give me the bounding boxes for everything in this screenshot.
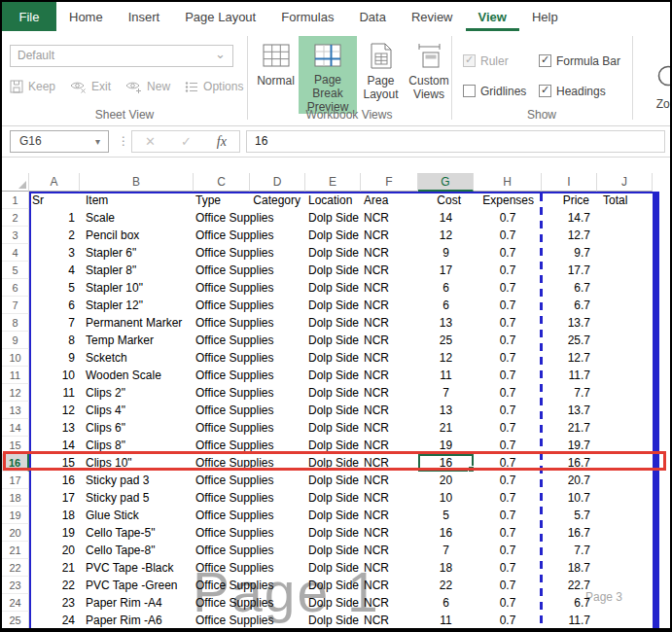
cell-area[interactable]: NCR <box>361 349 418 367</box>
row-header-24[interactable]: 24 <box>2 594 29 612</box>
tab-home[interactable]: Home <box>56 2 116 31</box>
cell-category[interactable] <box>250 577 305 594</box>
cell-area[interactable]: NCR <box>361 507 418 524</box>
cell-item[interactable]: Stapler 10" <box>80 279 194 297</box>
cell-price[interactable]: 14.7 <box>542 209 597 227</box>
cell-total[interactable] <box>597 419 653 437</box>
cell-total[interactable] <box>597 367 653 384</box>
cell-item[interactable]: Temp Marker <box>80 332 194 349</box>
cell-category[interactable] <box>250 507 305 524</box>
cell-sr[interactable]: 6 <box>29 297 80 314</box>
cell-area[interactable]: NCR <box>361 314 418 332</box>
new-button[interactable]: New <box>125 80 170 93</box>
cell-sr[interactable]: 1 <box>29 209 80 227</box>
cell-location[interactable]: Dolp Side <box>305 384 361 402</box>
gridlines-checkbox[interactable]: Gridlines <box>463 85 539 98</box>
cell-expenses[interactable]: 0.7 <box>474 262 542 279</box>
cell-item[interactable]: Cello Tape-8" <box>80 542 194 559</box>
cell-location[interactable]: Dolp Side <box>305 489 361 507</box>
cell-sr[interactable]: 2 <box>29 227 80 244</box>
cell-area[interactable]: NCR <box>361 384 418 402</box>
cell-item[interactable]: Paper Rim -A4 <box>80 594 194 612</box>
cell-category[interactable] <box>250 489 305 507</box>
column-header-F[interactable]: F <box>361 173 418 192</box>
cell-sr[interactable]: 22 <box>29 577 80 594</box>
cell-item[interactable]: Permanent Marker <box>80 314 194 332</box>
cell-sr[interactable]: 17 <box>29 489 80 507</box>
cell-type[interactable]: Office Supplies <box>194 419 250 437</box>
cell-area-header[interactable]: Area <box>361 192 418 209</box>
cell-sr[interactable]: 24 <box>29 612 80 628</box>
cell-sr-header[interactable]: Sr <box>29 192 80 209</box>
cell-item[interactable]: Wooden Scale <box>80 367 194 384</box>
column-header-C[interactable]: C <box>194 173 250 192</box>
cell-category[interactable] <box>250 524 305 542</box>
cell-location[interactable]: Dolp Side <box>305 542 361 559</box>
cell-type[interactable]: Office Supplies <box>194 227 250 244</box>
select-all-corner[interactable] <box>2 173 29 192</box>
tab-insert[interactable]: Insert <box>116 2 173 31</box>
cell-area[interactable]: NCR <box>361 454 418 472</box>
cell-cost[interactable]: 7 <box>418 542 474 559</box>
cell-type[interactable]: Office Supplies <box>194 209 250 227</box>
cell-sr[interactable]: 21 <box>29 559 80 577</box>
cell-cost[interactable]: 11 <box>418 612 474 628</box>
tab-formulas[interactable]: Formulas <box>268 2 346 31</box>
cell-expenses[interactable]: 0.7 <box>474 489 542 507</box>
cell-item[interactable]: Clips 8" <box>80 437 194 454</box>
cell-item[interactable]: Stapler 8" <box>80 262 194 279</box>
cell-sr[interactable]: 12 <box>29 402 80 419</box>
row-header-22[interactable]: 22 <box>2 559 29 577</box>
cell-total-header[interactable]: Total <box>597 192 653 209</box>
cell-category[interactable] <box>250 367 305 384</box>
row-header-6[interactable]: 6 <box>2 279 29 297</box>
cell-area[interactable]: NCR <box>361 559 418 577</box>
cell-price[interactable]: 16.7 <box>542 454 597 472</box>
row-header-9[interactable]: 9 <box>2 332 29 349</box>
cell-cost[interactable]: 13 <box>418 314 474 332</box>
cell-item[interactable]: Stapler 12" <box>80 297 194 314</box>
cell-expenses[interactable]: 0.7 <box>474 612 542 628</box>
cell-sr[interactable]: 23 <box>29 594 80 612</box>
row-header-17[interactable]: 17 <box>2 472 29 489</box>
cell-price[interactable]: 9.7 <box>542 244 597 262</box>
cell-sr[interactable]: 4 <box>29 262 80 279</box>
cell-expenses[interactable]: 0.7 <box>474 244 542 262</box>
cell-area[interactable]: NCR <box>361 297 418 314</box>
cell-area[interactable]: NCR <box>361 472 418 489</box>
cell-total[interactable] <box>597 472 653 489</box>
cell-sr[interactable]: 15 <box>29 454 80 472</box>
cell-cost[interactable]: 20 <box>418 472 474 489</box>
cell-price[interactable]: 5.7 <box>542 507 597 524</box>
cell-category[interactable] <box>250 227 305 244</box>
cell-cost[interactable]: 7 <box>418 384 474 402</box>
cell-location[interactable]: Dolp Side <box>305 279 361 297</box>
cell-expenses[interactable]: 0.7 <box>474 297 542 314</box>
cell-category[interactable] <box>250 314 305 332</box>
tab-review[interactable]: Review <box>399 2 466 31</box>
cell-location[interactable]: Dolp Side <box>305 559 361 577</box>
cell-category[interactable] <box>250 262 305 279</box>
cell-sr[interactable]: 13 <box>29 419 80 437</box>
cell-type[interactable]: Office Supplies <box>194 524 250 542</box>
formula-input[interactable]: 16 <box>246 130 665 153</box>
cell-type[interactable]: Office Supplies <box>194 507 250 524</box>
cell-category[interactable] <box>250 419 305 437</box>
cell-expenses[interactable]: 0.7 <box>474 367 542 384</box>
cell-price[interactable]: 6.7 <box>542 594 597 612</box>
row-header-2[interactable]: 2 <box>2 209 29 227</box>
cell-total[interactable] <box>597 227 653 244</box>
cell-location[interactable]: Dolp Side <box>305 472 361 489</box>
cell-type[interactable]: Office Supplies <box>194 279 250 297</box>
zoom-button[interactable]: Zoom <box>637 64 670 111</box>
page-break-dashed-line[interactable] <box>540 193 543 628</box>
cancel-icon[interactable]: ✕ <box>145 134 156 149</box>
cell-expenses[interactable]: 0.7 <box>474 577 542 594</box>
cell-total[interactable] <box>597 489 653 507</box>
cell-total[interactable] <box>597 384 653 402</box>
keep-button[interactable]: Keep <box>10 80 55 93</box>
cell-expenses[interactable]: 0.7 <box>474 419 542 437</box>
cell-cost[interactable]: 10 <box>418 489 474 507</box>
enter-icon[interactable]: ✓ <box>181 134 192 149</box>
column-header-B[interactable]: B <box>80 173 194 192</box>
